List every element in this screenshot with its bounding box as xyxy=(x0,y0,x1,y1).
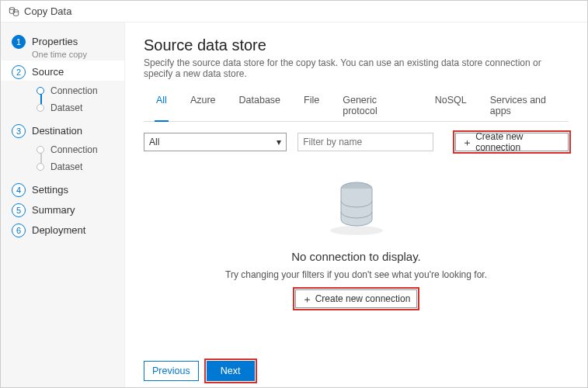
page-title: Source data store xyxy=(144,36,569,54)
tab-nosql[interactable]: NoSQL xyxy=(433,90,468,121)
step-number-icon: 4 xyxy=(12,183,26,197)
empty-state: No connection to display. Try changing y… xyxy=(144,151,569,308)
substep-label: Dataset xyxy=(50,161,82,172)
tab-services-apps[interactable]: Services and apps xyxy=(489,90,569,121)
step-source-substeps: Connection Dataset xyxy=(37,81,124,120)
step-source[interactable]: 2 Source xyxy=(1,61,124,81)
create-connection-label: Create new connection xyxy=(315,293,411,304)
svg-point-0 xyxy=(9,7,14,9)
step-destination[interactable]: 3 Destination xyxy=(1,120,124,140)
tab-azure[interactable]: Azure xyxy=(189,90,217,121)
substep-dot-icon xyxy=(37,104,44,112)
source-type-tabs: All Azure Database File Generic protocol… xyxy=(144,90,569,122)
step-summary[interactable]: 5 Summary xyxy=(1,199,124,219)
titlebar: Copy Data xyxy=(1,1,587,23)
step-label: Settings xyxy=(32,183,68,197)
step-deployment[interactable]: 6 Deployment xyxy=(1,219,124,239)
chevron-down-icon: ▾ xyxy=(277,137,281,147)
step-number-icon: 3 xyxy=(12,124,26,138)
create-connection-button-empty[interactable]: ＋ Create new connection xyxy=(295,289,418,308)
app-title: Copy Data xyxy=(24,5,71,17)
step-properties[interactable]: 1 Properties One time copy xyxy=(1,30,124,61)
substep-dot-icon xyxy=(37,146,44,154)
substep-dot-icon xyxy=(37,87,44,95)
substep-source-connection[interactable]: Connection xyxy=(37,82,124,99)
next-button[interactable]: Next xyxy=(207,361,255,381)
substep-destination-dataset[interactable]: Dataset xyxy=(37,158,124,175)
step-label: Deployment xyxy=(32,223,85,237)
substep-destination-connection[interactable]: Connection xyxy=(37,141,124,158)
step-number-icon: 2 xyxy=(12,65,26,79)
tab-all[interactable]: All xyxy=(155,90,169,122)
plus-icon: ＋ xyxy=(462,137,472,147)
tab-database[interactable]: Database xyxy=(238,90,283,121)
substep-label: Connection xyxy=(50,144,98,155)
plus-icon: ＋ xyxy=(302,294,312,304)
create-connection-button-top[interactable]: ＋ Create new connection xyxy=(455,133,569,151)
step-label: Destination xyxy=(32,124,82,138)
empty-description: Try changing your filters if you don't s… xyxy=(144,269,569,280)
step-label: Summary xyxy=(32,203,75,217)
step-number-icon: 6 xyxy=(12,223,26,237)
svg-point-2 xyxy=(330,226,383,235)
substep-source-dataset[interactable]: Dataset xyxy=(37,99,124,116)
wizard-footer: Previous Next xyxy=(144,353,569,381)
filter-name-input[interactable] xyxy=(297,133,433,151)
tab-file[interactable]: File xyxy=(302,90,321,121)
wizard-sidebar: 1 Properties One time copy 2 Source Conn… xyxy=(1,23,125,387)
substep-dot-icon xyxy=(37,163,44,171)
substep-label: Dataset xyxy=(50,102,82,113)
step-number-icon: 1 xyxy=(12,35,26,49)
step-settings[interactable]: 4 Settings xyxy=(1,178,124,199)
step-label: Properties xyxy=(32,35,87,49)
copy-data-icon xyxy=(9,6,19,17)
database-empty-icon xyxy=(322,171,391,241)
step-number-icon: 5 xyxy=(12,203,26,217)
tab-generic-protocol[interactable]: Generic protocol xyxy=(341,90,413,121)
previous-button[interactable]: Previous xyxy=(144,361,199,381)
substep-label: Connection xyxy=(50,85,98,96)
empty-title: No connection to display. xyxy=(144,250,569,263)
filter-type-value: All xyxy=(149,137,159,147)
create-connection-label: Create new connection xyxy=(475,131,562,153)
page-description: Specify the source data store for the co… xyxy=(144,57,569,79)
step-destination-substeps: Connection Dataset xyxy=(37,140,124,178)
filter-type-select[interactable]: All ▾ xyxy=(144,133,287,151)
step-sublabel: One time copy xyxy=(32,50,87,59)
main-content: Source data store Specify the source dat… xyxy=(125,23,587,387)
step-label: Source xyxy=(32,65,64,79)
